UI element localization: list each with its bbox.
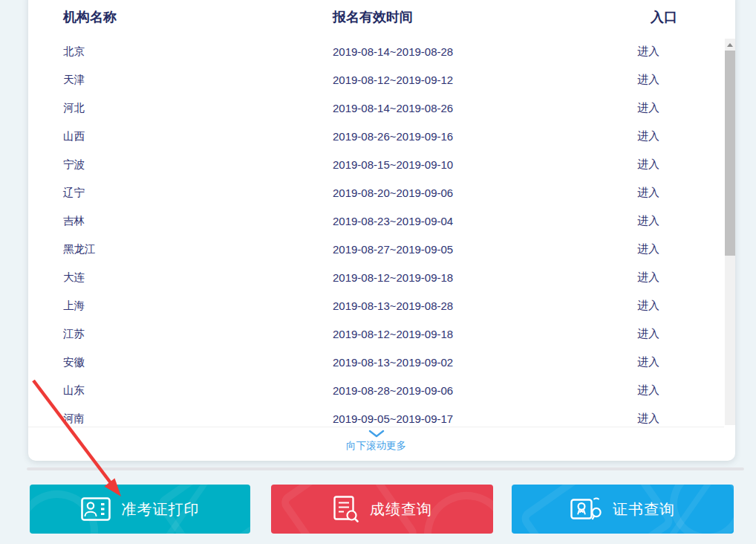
org-name: 宁波 bbox=[63, 158, 333, 172]
valid-period: 2019-08-20~2019-09-06 bbox=[333, 187, 541, 199]
scrollbar-up-arrow-icon[interactable] bbox=[725, 39, 735, 51]
valid-period: 2019-08-27~2019-09-05 bbox=[333, 243, 541, 256]
enter-link[interactable]: 进入 bbox=[626, 327, 671, 341]
org-name: 河南 bbox=[63, 412, 333, 426]
enter-link[interactable]: 进入 bbox=[626, 73, 671, 87]
valid-period: 2019-08-14~2019-08-26 bbox=[333, 102, 541, 114]
scroll-hint: 向下滚动更多 bbox=[28, 427, 724, 453]
column-header-org: 机构名称 bbox=[63, 8, 333, 26]
valid-period: 2019-08-14~2019-08-28 bbox=[333, 45, 541, 58]
scrollbar-thumb[interactable] bbox=[725, 51, 735, 256]
org-name: 北京 bbox=[63, 45, 333, 59]
enter-link[interactable]: 进入 bbox=[626, 383, 671, 398]
valid-period: 2019-08-28~2019-09-06 bbox=[333, 384, 541, 397]
table-row: 安徽2019-08-13~2019-09-02进入 bbox=[28, 348, 724, 376]
enter-link[interactable]: 进入 bbox=[626, 271, 671, 285]
registration-table-panel: 机构名称 报名有效时间 入口 北京2019-08-14~2019-08-28进入… bbox=[28, 0, 735, 461]
enter-link[interactable]: 进入 bbox=[626, 45, 671, 59]
table-row: 江苏2019-08-12~2019-09-18进入 bbox=[28, 320, 724, 348]
org-name: 山东 bbox=[63, 383, 333, 398]
chevron-down-icon bbox=[368, 430, 385, 438]
table-row: 吉林2019-08-23~2019-09-04进入 bbox=[28, 207, 724, 235]
enter-link[interactable]: 进入 bbox=[626, 299, 671, 313]
org-name: 大连 bbox=[63, 271, 333, 285]
valid-period: 2019-09-05~2019-09-17 bbox=[333, 412, 541, 425]
panel-bottom-shadow bbox=[27, 467, 744, 470]
valid-period: 2019-08-12~2019-09-18 bbox=[333, 271, 541, 284]
enter-link[interactable]: 进入 bbox=[626, 158, 671, 172]
table-row: 天津2019-08-12~2019-09-12进入 bbox=[28, 65, 724, 94]
table-row: 宁波2019-08-15~2019-09-10进入 bbox=[28, 150, 724, 178]
org-name: 辽宁 bbox=[63, 186, 333, 200]
table-row: 山西2019-08-26~2019-09-16进入 bbox=[28, 122, 724, 150]
org-name: 上海 bbox=[63, 299, 333, 313]
enter-link[interactable]: 进入 bbox=[626, 412, 671, 426]
id-card-icon bbox=[81, 497, 111, 521]
table-row: 大连2019-08-12~2019-09-18进入 bbox=[28, 263, 724, 291]
scrollbar[interactable] bbox=[725, 39, 735, 425]
certificate-query-button[interactable]: 证书查询 bbox=[512, 485, 734, 534]
enter-link[interactable]: 进入 bbox=[626, 214, 671, 228]
valid-period: 2019-08-12~2019-09-18 bbox=[333, 328, 541, 340]
org-name: 山西 bbox=[63, 129, 333, 143]
button-label: 准考证打印 bbox=[122, 499, 200, 519]
column-header-entry: 入口 bbox=[637, 8, 691, 26]
certificate-search-icon bbox=[570, 496, 602, 522]
valid-period: 2019-08-23~2019-09-04 bbox=[333, 215, 541, 227]
enter-link[interactable]: 进入 bbox=[626, 129, 671, 143]
table-row: 黑龙江2019-08-27~2019-09-05进入 bbox=[28, 235, 724, 263]
org-name: 天津 bbox=[63, 73, 333, 87]
org-name: 黑龙江 bbox=[63, 242, 333, 256]
org-name: 河北 bbox=[63, 101, 333, 115]
scroll-hint-label: 向下滚动更多 bbox=[28, 439, 724, 453]
org-name: 江苏 bbox=[63, 327, 333, 341]
valid-period: 2019-08-15~2019-09-10 bbox=[333, 158, 541, 171]
table-row: 上海2019-08-13~2019-08-28进入 bbox=[28, 291, 724, 320]
enter-link[interactable]: 进入 bbox=[626, 101, 671, 115]
enter-link[interactable]: 进入 bbox=[626, 355, 671, 369]
table-row: 北京2019-08-14~2019-08-28进入 bbox=[28, 37, 724, 65]
valid-period: 2019-08-13~2019-09-02 bbox=[333, 356, 541, 369]
score-search-icon bbox=[332, 496, 359, 522]
score-query-button[interactable]: 成绩查询 bbox=[271, 485, 493, 534]
table-header: 机构名称 报名有效时间 入口 bbox=[28, 6, 724, 28]
valid-period: 2019-08-26~2019-09-16 bbox=[333, 130, 541, 143]
table-body: 北京2019-08-14~2019-08-28进入天津2019-08-12~20… bbox=[28, 37, 724, 433]
table-row: 河北2019-08-14~2019-08-26进入 bbox=[28, 94, 724, 122]
enter-link[interactable]: 进入 bbox=[626, 242, 671, 256]
org-name: 吉林 bbox=[63, 214, 333, 228]
table-row: 山东2019-08-28~2019-09-06进入 bbox=[28, 376, 724, 404]
column-header-period: 报名有效时间 bbox=[333, 8, 541, 26]
org-name: 安徽 bbox=[63, 355, 333, 369]
valid-period: 2019-08-13~2019-08-28 bbox=[333, 299, 541, 312]
table-row: 辽宁2019-08-20~2019-09-06进入 bbox=[28, 178, 724, 207]
button-label: 成绩查询 bbox=[370, 499, 432, 519]
admission-ticket-print-button[interactable]: 准考证打印 bbox=[30, 485, 250, 534]
button-label: 证书查询 bbox=[613, 499, 675, 519]
valid-period: 2019-08-12~2019-09-12 bbox=[333, 74, 541, 86]
enter-link[interactable]: 进入 bbox=[626, 186, 671, 200]
